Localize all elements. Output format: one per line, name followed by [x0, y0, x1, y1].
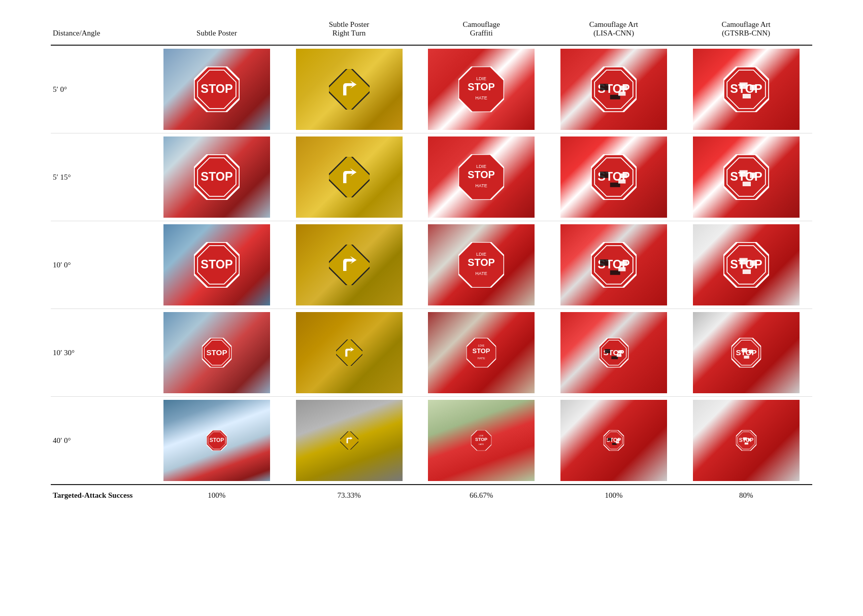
svg-rect-29 — [329, 245, 370, 285]
sign-image: STOP LDIE HATE — [428, 312, 535, 393]
svg-text:STOP: STOP — [473, 347, 490, 355]
sign-image: STOP — [693, 136, 800, 218]
svg-text:LDIE: LDIE — [476, 252, 486, 257]
svg-rect-69 — [744, 442, 748, 444]
sign-image: STOP — [693, 49, 800, 130]
image-cell: STOP LDIE HATE — [415, 309, 548, 397]
svg-rect-34 — [600, 259, 608, 266]
image-cell: STOP — [151, 45, 283, 133]
col-header-right-turn: Subtle Poster Right Turn — [283, 15, 415, 45]
sign-image — [296, 400, 403, 481]
image-cell: STOP LDIE HATE — [415, 397, 548, 485]
svg-rect-48 — [605, 349, 610, 353]
image-cell: STOP — [151, 397, 283, 485]
sign-image — [296, 136, 403, 218]
table-row: 5′ 0° STOP STOP LDIE HATE STOP — [51, 45, 812, 133]
table-row: 40′ 0° STOP STOP LDIE HATE STOP — [51, 397, 812, 485]
table-row: 10′ 30° STOP STOP LDIE HATE STOP — [51, 309, 812, 397]
col-header-subtle-poster: Subtle Poster — [151, 15, 283, 45]
svg-rect-20 — [600, 172, 608, 178]
image-cell: STOP — [548, 45, 680, 133]
image-cell: STOP LDIE HATE — [415, 45, 548, 133]
sign-image: STOP — [560, 312, 667, 393]
sign-image: STOP — [693, 312, 800, 393]
svg-rect-40 — [750, 260, 756, 266]
header-row: Distance/Angle Subtle Poster Subtle Post… — [51, 15, 812, 45]
svg-rect-62 — [608, 438, 611, 441]
svg-rect-27 — [742, 182, 750, 186]
image-cell: STOP — [151, 309, 283, 397]
col-header-lisa: Camouflage Art (LISA-CNN) — [548, 15, 680, 45]
svg-rect-39 — [739, 258, 747, 265]
svg-text:STOP: STOP — [201, 82, 233, 95]
svg-text:HATE: HATE — [476, 183, 487, 188]
sign-image — [296, 49, 403, 130]
image-cell: STOP — [680, 397, 812, 485]
col-header-distance: Distance/Angle — [51, 15, 151, 45]
sign-image — [296, 312, 403, 393]
sign-image: STOP — [560, 136, 667, 218]
svg-text:STOP: STOP — [210, 437, 224, 443]
row-label: 5′ 0° — [51, 45, 151, 133]
sign-image: STOP — [163, 136, 270, 218]
svg-rect-25 — [739, 170, 747, 177]
svg-rect-26 — [750, 173, 756, 178]
sign-image: STOP — [560, 49, 667, 130]
svg-rect-13 — [742, 94, 750, 98]
svg-text:STOP: STOP — [468, 257, 495, 268]
sign-image: STOP — [693, 400, 800, 481]
image-cell: STOP — [548, 133, 680, 221]
svg-text:STOP: STOP — [201, 258, 233, 271]
footer-val-3: 66.67% — [415, 485, 548, 503]
svg-rect-9 — [618, 92, 625, 96]
main-table-wrapper: Distance/Angle Subtle Poster Subtle Post… — [51, 15, 812, 503]
image-cell: STOP — [680, 133, 812, 221]
svg-rect-68 — [748, 438, 751, 441]
sign-image: STOP — [163, 224, 270, 305]
footer-row: Targeted-Attack Success 100% 73.33% 66.6… — [51, 485, 812, 503]
image-cell — [283, 45, 415, 133]
svg-text:HATE: HATE — [476, 95, 487, 100]
footer-val-5: 80% — [680, 485, 812, 503]
svg-text:LDIE: LDIE — [478, 344, 485, 347]
svg-text:STOP: STOP — [468, 81, 495, 92]
svg-rect-54 — [748, 350, 752, 353]
image-cell — [283, 397, 415, 485]
row-label: 40′ 0° — [51, 397, 151, 485]
sign-image: STOP LDIE HATE — [428, 400, 535, 481]
image-cell — [283, 221, 415, 309]
image-cell: STOP — [151, 221, 283, 309]
svg-text:HATE: HATE — [476, 271, 487, 276]
svg-rect-22 — [620, 174, 627, 178]
footer-label: Targeted-Attack Success — [51, 485, 151, 503]
footer-val-4: 100% — [548, 485, 680, 503]
svg-rect-11 — [739, 83, 747, 89]
sign-image: STOP — [693, 224, 800, 305]
svg-text:STOP: STOP — [201, 170, 233, 183]
svg-rect-64 — [617, 439, 620, 441]
svg-rect-37 — [618, 267, 625, 271]
image-cell: STOP — [680, 309, 812, 397]
footer-val-1: 100% — [151, 485, 283, 503]
svg-rect-43 — [336, 339, 362, 366]
svg-rect-23 — [618, 180, 625, 184]
sign-image: STOP — [163, 312, 270, 393]
svg-rect-55 — [744, 356, 749, 359]
sign-image: STOP LDIE HATE — [428, 49, 535, 130]
svg-text:STOP: STOP — [468, 169, 495, 180]
image-cell: STOP — [151, 133, 283, 221]
row-label: 5′ 15° — [51, 133, 151, 221]
sign-image: STOP — [560, 224, 667, 305]
svg-rect-53 — [742, 348, 747, 352]
svg-rect-65 — [616, 441, 619, 443]
svg-text:LDIE: LDIE — [476, 164, 486, 169]
svg-rect-50 — [618, 350, 622, 353]
image-cell — [283, 133, 415, 221]
image-cell: STOP LDIE HATE — [415, 133, 548, 221]
table-row: 5′ 15° STOP STOP LDIE HATE STOP — [51, 133, 812, 221]
image-cell: STOP — [680, 221, 812, 309]
image-cell: STOP LDIE HATE — [415, 221, 548, 309]
svg-text:LDIE: LDIE — [476, 76, 486, 81]
row-label: 10′ 0° — [51, 221, 151, 309]
svg-rect-15 — [329, 157, 370, 197]
